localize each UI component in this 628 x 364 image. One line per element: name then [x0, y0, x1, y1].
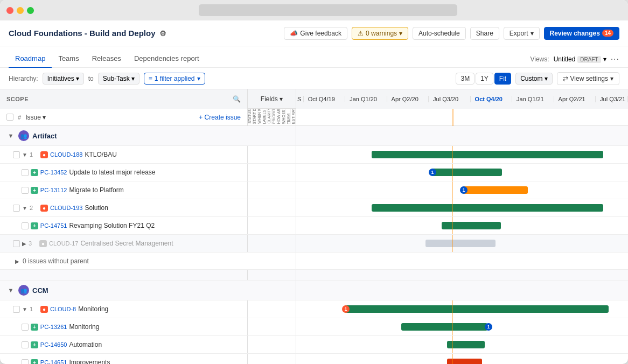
row-cloud17-id[interactable]: CLOUD-17	[49, 240, 78, 247]
today-line	[452, 300, 453, 318]
row-pc13112-checkbox[interactable]	[22, 187, 29, 194]
row-cloud188-checkbox[interactable]	[13, 151, 20, 158]
row-cloud17-expand[interactable]: ▶	[22, 241, 26, 247]
row-pc14650-gantt	[296, 336, 628, 353]
field-startdate-col: START DATE	[253, 109, 257, 124]
more-options-icon[interactable]: ···	[611, 54, 619, 64]
search-input[interactable]	[199, 4, 457, 16]
row-pc13452-gantt: 1	[296, 164, 628, 181]
scope-search-icon[interactable]: 🔍	[233, 95, 241, 103]
row-pc13112: + PC-13112 Migrate to Platform 1	[0, 181, 628, 199]
field-estimated-col: ESTIMATE (D)	[291, 109, 296, 124]
collapse-artifact-button[interactable]: ▼	[6, 131, 15, 140]
field-labels-col: LABELS	[262, 109, 267, 124]
review-changes-button[interactable]: Review changes 14	[544, 27, 620, 40]
row-cloud8-checkbox[interactable]	[13, 306, 20, 313]
row-pc14650: + PC-14650 Automation	[0, 336, 628, 354]
no-parent-chevron[interactable]: ▶	[15, 258, 19, 264]
collapse-ccm-button[interactable]: ▼	[6, 286, 15, 295]
scope-col-header: SCOPE 🔍	[0, 89, 248, 109]
row-cloud193-checkbox[interactable]	[13, 205, 20, 212]
row-pc13112-id[interactable]: PC-13112	[40, 187, 67, 193]
filter-button[interactable]: ≡ 1 filter applied ▾	[144, 73, 205, 85]
chevron-down-icon: ▾	[197, 75, 200, 82]
row-cloud188-id[interactable]: CLOUD-188	[50, 151, 83, 158]
ccm-name: CCM	[32, 286, 48, 295]
period-jan-q1-20: Jan Q1/20	[345, 96, 387, 102]
row-pc13452-checkbox[interactable]	[22, 169, 29, 176]
toolbar: Hierarchy: Initiatives ▾ to Sub-Task ▾ ≡…	[0, 68, 628, 89]
row-pc14751-id[interactable]: PC-14751	[40, 222, 67, 229]
maximize-button[interactable]	[27, 7, 34, 14]
column-headers: SCOPE 🔍 Fields ▾ S Oct Q4/19 Jan Q1/20 A…	[0, 89, 628, 109]
titlebar-search	[34, 4, 622, 16]
timeline-periods: S Oct Q4/19 Jan Q1/20 Apr Q2/20 Jul Q3/2…	[296, 96, 628, 102]
row-pc14751-fields	[248, 217, 296, 234]
row-cloud193-scope: ▼ 2 ● CLOUD-193 Solution	[0, 199, 248, 216]
period-oct-q4-20: Oct Q4/20	[471, 96, 512, 102]
hierarchy-from-select[interactable]: Initiatives ▾	[43, 73, 84, 85]
tab-dependencies[interactable]: Dependencies report	[128, 50, 206, 68]
close-button[interactable]	[6, 7, 13, 14]
row-cloud188-collapse[interactable]: ▼	[22, 152, 27, 158]
row-cloud8-collapse[interactable]: ▼	[22, 306, 27, 312]
row-pc14650-tag: +	[31, 341, 38, 348]
row-cloud193-tag: ●	[40, 205, 48, 212]
row-pc14751-checkbox[interactable]	[22, 222, 29, 229]
content-scroll[interactable]: ▼ 👥 Artifact ▼ 1 ● CLOUD-188 KTLO/BAU	[0, 126, 628, 364]
group-ccm-fields	[248, 281, 296, 300]
row-cloud193-id[interactable]: CLOUD-193	[50, 205, 83, 211]
row-cloud17-checkbox[interactable]	[13, 240, 20, 247]
custom-select[interactable]: Custom ▾	[515, 73, 552, 85]
row-cloud8-id[interactable]: CLOUD-8	[50, 306, 76, 312]
tab-teams[interactable]: Teams	[52, 50, 85, 68]
row-pc13452-id[interactable]: PC-13452	[40, 169, 67, 176]
row-cloud17-title: Centralised Secret Management	[80, 240, 241, 247]
row-cloud8-gantt: 1	[296, 300, 628, 318]
row-pc13112-title: Migrate to Platform	[69, 186, 241, 194]
share-button[interactable]: Share	[470, 27, 499, 40]
dot-pc13261: 1	[485, 323, 492, 331]
group-artifact-header: ▼ 👥 Artifact	[0, 126, 628, 146]
time-fit-button[interactable]: Fit	[494, 73, 511, 85]
no-parent-scope: ▶ 0 issues without parent	[0, 253, 248, 270]
settings-icon[interactable]: ⚙	[159, 29, 166, 38]
titlebar	[0, 0, 628, 20]
row-pc14651: + PC-14651 Improvements	[0, 354, 628, 364]
row-pc14650-checkbox[interactable]	[22, 341, 29, 348]
tab-roadmap[interactable]: Roadmap	[9, 50, 52, 68]
time-1y-button[interactable]: 1Y	[476, 73, 493, 85]
autoschedule-button[interactable]: Auto-schedule	[413, 27, 466, 40]
time-3m-button[interactable]: 3M	[456, 73, 475, 85]
fields-col-header[interactable]: Fields ▾	[248, 89, 296, 108]
view-settings-button[interactable]: ⇄ View settings ▾	[557, 72, 619, 85]
row-num: 2	[30, 205, 38, 211]
today-line	[452, 354, 453, 364]
row-pc14651-id[interactable]: PC-14651	[40, 359, 67, 364]
hierarchy-to-select[interactable]: Sub-Task ▾	[98, 73, 139, 85]
row-pc13112-gantt: 1	[296, 181, 628, 199]
view-selector[interactable]: Untitled DRAFT ▾	[554, 55, 606, 63]
row-cloud193-collapse[interactable]: ▼	[22, 205, 27, 211]
export-button[interactable]: Export ▾	[504, 27, 540, 40]
sub-header-row: # Issue ▾ + Create issue STATUS START DA…	[0, 109, 628, 126]
row-pc13261-checkbox[interactable]	[22, 324, 29, 331]
chevron-down-icon: ▾	[76, 75, 79, 82]
create-issue-button[interactable]: + Create issue	[199, 114, 241, 121]
row-cloud8-scope: ▼ 1 ● CLOUD-8 Monitoring	[0, 300, 248, 318]
chevron-down-icon: ▾	[545, 75, 548, 82]
select-all-checkbox[interactable]	[6, 114, 13, 121]
row-pc13261-fields	[248, 318, 296, 335]
row-cloud188-fields	[248, 146, 296, 163]
row-pc14650-id[interactable]: PC-14650	[40, 341, 67, 348]
row-pc13261-id[interactable]: PC-13261	[40, 324, 67, 330]
row-pc14651-checkbox[interactable]	[22, 359, 29, 365]
row-pc13452-scope: + PC-13452 Update to latest major releas…	[0, 164, 248, 181]
feedback-button[interactable]: 📣 Give feedback	[284, 27, 347, 40]
warnings-button[interactable]: ⚠ 0 warnings ▾	[352, 27, 408, 40]
issue-col-sort[interactable]: Issue ▾	[25, 114, 46, 121]
today-indicator-area	[296, 109, 628, 126]
tab-releases[interactable]: Releases	[86, 50, 128, 68]
minimize-button[interactable]	[17, 7, 24, 14]
field-priority-col: PRIORITY	[272, 109, 277, 124]
